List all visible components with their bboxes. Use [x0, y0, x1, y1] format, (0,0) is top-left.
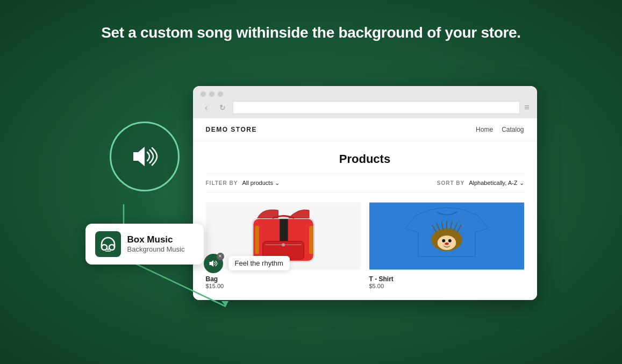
refresh-button[interactable]: ↻: [217, 102, 228, 113]
headline: Set a custom song withinside the backgro…: [0, 24, 622, 41]
speaker-icon: [128, 140, 161, 173]
shirt-price: $5.00: [369, 283, 524, 289]
bag-price: $15.00: [206, 283, 361, 289]
svg-point-19: [442, 239, 445, 242]
nav-catalog[interactable]: Catalog: [502, 126, 524, 133]
svg-marker-2: [221, 301, 228, 306]
store-header: DEMO STORE Home Catalog: [193, 118, 537, 141]
svg-rect-13: [255, 225, 259, 254]
filter-select[interactable]: All products ⌄: [242, 180, 279, 187]
sort-value: Alphabetically, A-Z: [469, 180, 517, 186]
products-grid: Bag $15.00: [206, 201, 524, 289]
music-widget-close[interactable]: ✕: [217, 253, 224, 260]
filter-label: FILTER BY: [206, 180, 238, 186]
menu-icon[interactable]: ≡: [524, 103, 529, 112]
store-name: DEMO STORE: [206, 126, 257, 133]
headphones-icon: [98, 234, 118, 254]
music-speaker-icon: [209, 259, 218, 268]
music-widget-label: Feel the rhythm: [228, 256, 290, 270]
filter-chevron: ⌄: [275, 180, 280, 187]
main-container: Set a custom song withinside the backgro…: [0, 0, 622, 364]
svg-point-12: [282, 243, 285, 246]
dot-1: [201, 91, 206, 97]
store-content: DEMO STORE Home Catalog Products FILTER …: [193, 118, 537, 300]
sort-label: SORT BY: [437, 180, 464, 186]
sort-chevron: ⌄: [519, 180, 524, 187]
left-side: Box Music Background Music: [85, 122, 204, 265]
browser-toolbar: ‹ ↻ ≡: [201, 101, 530, 118]
shirt-image: [369, 201, 524, 271]
box-music-text: Box Music Background Music: [127, 234, 185, 253]
browser-window: ‹ ↻ ≡ DEMO STORE Home Catalog Products: [193, 86, 537, 300]
svg-rect-14: [309, 225, 313, 254]
dot-3: [218, 91, 223, 97]
product-card-shirt[interactable]: T - Shirt $5.00: [369, 201, 524, 289]
dot-2: [209, 91, 215, 97]
sort-select[interactable]: Alphabetically, A-Z ⌄: [469, 180, 524, 187]
box-music-logo: [95, 231, 121, 257]
shirt-name: T - Shirt: [369, 275, 524, 283]
content-area: Box Music Background Music ‹ ↻ ≡: [22, 86, 600, 300]
box-music-subtitle: Background Music: [127, 245, 185, 253]
svg-point-20: [448, 239, 451, 242]
browser-chrome: ‹ ↻ ≡: [193, 86, 537, 118]
back-button[interactable]: ‹: [201, 102, 212, 113]
store-main: Products FILTER BY All products ⌄ SORT B…: [193, 141, 537, 300]
speaker-circle: [110, 122, 180, 191]
nav-home[interactable]: Home: [476, 126, 493, 133]
box-music-title: Box Music: [127, 234, 185, 245]
music-widget[interactable]: ✕ Feel the rhythm: [204, 254, 290, 273]
shirt-svg: [369, 201, 524, 271]
products-title: Products: [206, 152, 524, 166]
store-nav: Home Catalog: [476, 126, 524, 133]
browser-dots: [201, 91, 530, 97]
filter-value: All products: [242, 180, 273, 186]
store-filters: FILTER BY All products ⌄ SORT BY Alphabe…: [206, 174, 524, 192]
music-widget-icon[interactable]: ✕: [204, 254, 223, 273]
box-music-card: Box Music Background Music: [85, 224, 204, 265]
product-card-bag[interactable]: Bag $15.00: [206, 201, 361, 289]
address-bar: [233, 101, 520, 114]
bag-name: Bag: [206, 275, 361, 283]
